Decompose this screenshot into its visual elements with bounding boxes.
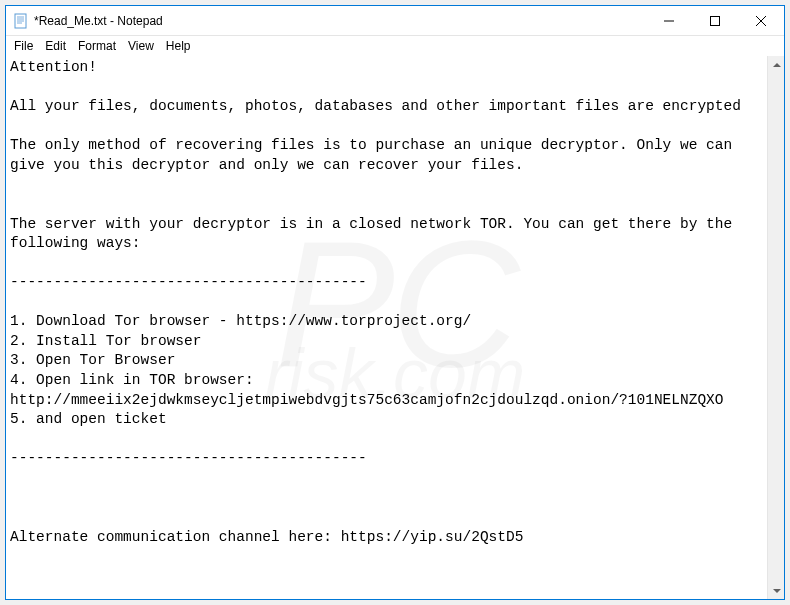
menu-view[interactable]: View [122,37,160,55]
titlebar[interactable]: *Read_Me.txt - Notepad [6,6,784,36]
window-title: *Read_Me.txt - Notepad [34,14,646,28]
scroll-up-button[interactable] [768,56,784,73]
window-controls [646,6,784,35]
content-wrapper: Attention! All your files, documents, ph… [6,56,784,599]
maximize-button[interactable] [692,6,738,36]
menubar: File Edit Format View Help [6,36,784,56]
minimize-icon [664,16,674,26]
minimize-button[interactable] [646,6,692,36]
chevron-up-icon [773,61,781,69]
menu-help[interactable]: Help [160,37,197,55]
menu-file[interactable]: File [8,37,39,55]
menu-edit[interactable]: Edit [39,37,72,55]
svg-rect-6 [711,17,720,26]
maximize-icon [710,16,720,26]
close-icon [756,16,766,26]
text-editor[interactable]: Attention! All your files, documents, ph… [6,56,767,599]
notepad-icon [13,13,29,29]
vertical-scrollbar[interactable] [767,56,784,599]
chevron-down-icon [773,587,781,595]
scroll-down-button[interactable] [768,582,784,599]
menu-format[interactable]: Format [72,37,122,55]
close-button[interactable] [738,6,784,36]
notepad-window: PC risk.com *Read_Me.txt - Notepad [5,5,785,600]
